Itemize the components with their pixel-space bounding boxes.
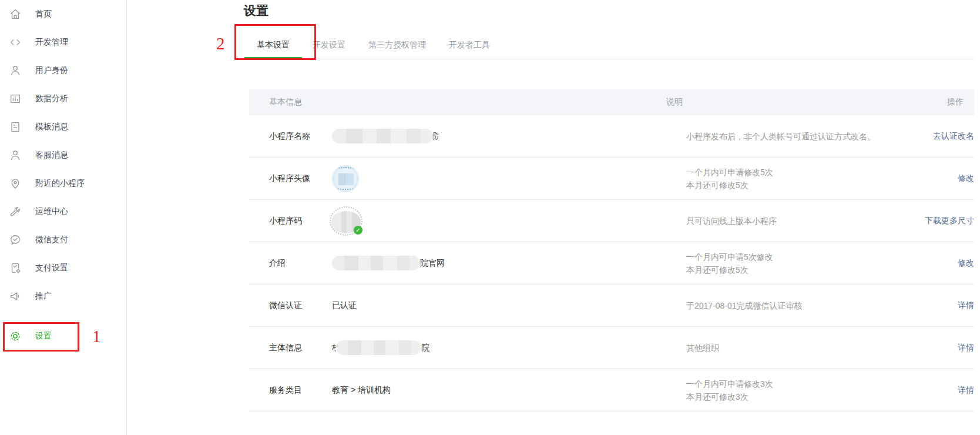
annotation-box-step2 (234, 24, 316, 60)
sidebar-item-label: 开发管理 (35, 37, 68, 48)
sidebar-item-nearby-miniprogram[interactable]: 附近的小程序 (0, 169, 126, 198)
sidebar-item-wechat-pay[interactable]: 微信支付 (0, 226, 126, 254)
annotation-box-step1 (3, 322, 79, 352)
partial-visible-char: 校 (332, 343, 336, 353)
sidebar-item-label: 附近的小程序 (35, 178, 85, 189)
row-label: 小程序名称 (249, 131, 332, 142)
visible-intro-suffix: 院官网 (420, 258, 445, 269)
sidebar-item-dev-management[interactable]: 开发管理 (0, 28, 126, 56)
sidebar-item-service-message[interactable]: 客服消息 (0, 141, 126, 169)
sidebar-item-data-analysis[interactable]: 数据分析 (0, 85, 126, 113)
wechat-pay-icon (8, 233, 22, 247)
row-label: 主体信息 (249, 343, 332, 353)
main-content: 设置 基本设置 开发设置 第三方授权管理 开发者工具 2 基本信息 说明 操作 … (127, 0, 980, 435)
service-chat-icon (8, 148, 22, 162)
tab-third-party-auth[interactable]: 第三方授权管理 (368, 31, 426, 59)
visible-entity-suffix: 院 (421, 343, 429, 353)
sidebar-item-label: 数据分析 (35, 93, 68, 104)
row-label: 微信认证 (249, 300, 332, 311)
go-verify-rename-link[interactable]: 去认证改名 (933, 131, 974, 140)
category-details-link[interactable]: 详情 (958, 385, 974, 394)
tab-dev-settings[interactable]: 开发设置 (313, 31, 345, 59)
sidebar-item-label: 推广 (35, 291, 52, 302)
blurred-name-value (332, 129, 433, 143)
table-row-service-category: 服务类目 教育 > 培训机构 一个月内可申请修改3次 本月还可修改3次 详情 (249, 369, 974, 411)
table-header: 基本信息 说明 操作 (249, 89, 974, 115)
row-desc-line: 本月还可修改3次 (686, 390, 958, 403)
sidebar-item-template-message[interactable]: 模板消息 (0, 113, 126, 141)
row-desc-line: 小程序发布后，非个人类帐号可通过认证方式改名。 (686, 130, 933, 143)
blurred-entity-value (336, 340, 421, 355)
annotation-number-2: 2 (216, 34, 225, 53)
sidebar-item-label: 模板消息 (35, 122, 68, 132)
verification-status: 已认证 (332, 300, 357, 311)
modify-avatar-link[interactable]: 修改 (958, 173, 974, 183)
sidebar-item-label: 首页 (35, 9, 52, 19)
verified-badge-icon: ✓ (354, 226, 363, 235)
row-label: 介绍 (249, 258, 332, 269)
wrench-icon (8, 205, 22, 219)
code-icon (8, 35, 22, 49)
entity-details-link[interactable]: 详情 (958, 343, 974, 352)
row-desc-line: 本月还可修改5次 (686, 179, 958, 192)
download-more-sizes-link[interactable]: 下载更多尺寸 (925, 216, 974, 225)
modify-intro-link[interactable]: 修改 (958, 258, 974, 267)
annotation-number-1: 1 (92, 327, 101, 346)
sidebar-item-label: 客服消息 (35, 150, 68, 160)
template-message-icon (8, 120, 22, 134)
row-desc-line: 其他组织 (686, 342, 958, 354)
miniprogram-qrcode-image: ✓ (330, 206, 363, 236)
sidebar-item-label: 支付设置 (35, 263, 68, 273)
sidebar-item-label: 运维中心 (35, 206, 68, 217)
sidebar-item-label: 微信支付 (35, 235, 68, 245)
blurred-intro-value (332, 256, 420, 270)
row-desc-line: 一个月内可申请修改3次 (686, 377, 958, 390)
col-header-basic-info: 基本信息 (249, 97, 666, 108)
miniprogram-avatar-image (332, 165, 359, 192)
sidebar-item-home[interactable]: 首页 (0, 0, 126, 28)
megaphone-icon (8, 289, 22, 303)
verification-details-link[interactable]: 详情 (958, 300, 974, 310)
user-icon (8, 63, 22, 78)
partial-visible-char: 院 (433, 131, 438, 142)
home-icon (8, 7, 22, 21)
sidebar-item-user-identity[interactable]: 用户身份 (0, 56, 126, 85)
row-desc-line: 于2017-08-01完成微信认证审核 (686, 299, 958, 312)
location-pin-icon (8, 176, 22, 190)
row-desc-line: 本月还可修改5次 (686, 263, 958, 276)
row-label: 小程序头像 (249, 173, 332, 184)
table-row-entity-info: 主体信息 校 院 其他组织 详情 (249, 327, 974, 369)
page-title: 设置 (244, 2, 269, 19)
sidebar-item-payment-settings[interactable]: 支付设置 (0, 254, 126, 282)
sidebar: 首页 开发管理 用户身份 数据分析 模板消息 (0, 0, 127, 435)
row-desc-line: 一个月内可申请修改5次 (686, 166, 958, 179)
basic-info-table: 基本信息 说明 操作 小程序名称 院 小程序发布后，非个人类帐号可通过认证方式改… (249, 89, 974, 411)
table-row-wechat-verification: 微信认证 已认证 于2017-08-01完成微信认证审核 详情 (249, 285, 974, 327)
row-label: 服务类目 (249, 385, 332, 396)
service-category-value: 教育 > 培训机构 (332, 385, 391, 396)
row-desc-line: 一个月内可申请5次修改 (686, 250, 958, 263)
row-label: 小程序码 (249, 216, 332, 226)
table-row-miniprogram-code: 小程序码 ✓ 只可访问线上版本小程序 下载更多尺寸 (249, 200, 974, 242)
tabbar-divider (249, 59, 974, 59)
sidebar-item-ops-center[interactable]: 运维中心 (0, 198, 126, 226)
sidebar-item-promotion[interactable]: 推广 (0, 282, 126, 310)
chart-icon (8, 92, 22, 106)
table-row-miniprogram-name: 小程序名称 院 小程序发布后，非个人类帐号可通过认证方式改名。 去认证改名 (249, 115, 974, 158)
table-row-introduction: 介绍 院官网 一个月内可申请5次修改 本月还可修改5次 修改 (249, 242, 974, 285)
table-row-miniprogram-avatar: 小程序头像 一个月内可申请修改5次 本月还可修改5次 修改 (249, 158, 974, 200)
sidebar-item-label: 用户身份 (35, 65, 68, 76)
wechat-mp-admin-page: 首页 开发管理 用户身份 数据分析 模板消息 (0, 0, 980, 435)
row-desc-line: 只可访问线上版本小程序 (686, 215, 925, 227)
col-header-description: 说明 (666, 97, 904, 108)
tab-developer-tools[interactable]: 开发者工具 (449, 31, 490, 59)
payment-settings-icon (8, 261, 22, 275)
col-header-action: 操作 (904, 97, 974, 108)
